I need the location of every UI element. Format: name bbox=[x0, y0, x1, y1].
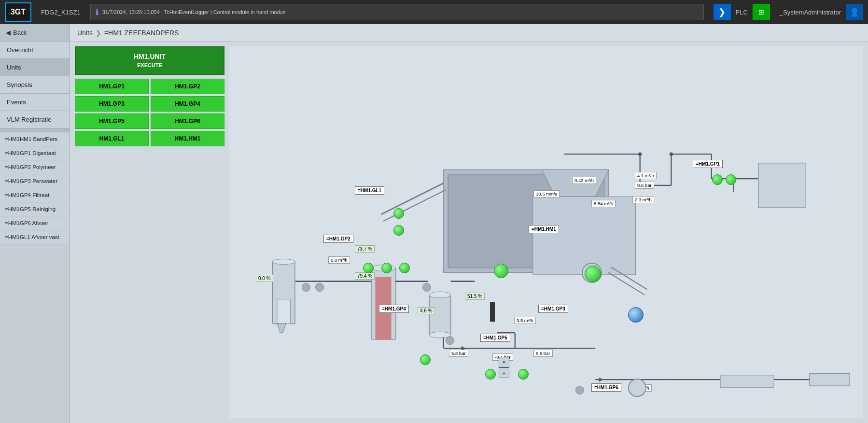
device-name: FDG2_K1SZ1 bbox=[41, 9, 81, 16]
green-dot-gp2-2[interactable] bbox=[381, 263, 392, 273]
percent-p5: 0.0 % bbox=[256, 275, 273, 282]
breadcrumb: Units ❯ =HM1 ZEEFBANDPERS bbox=[70, 24, 868, 42]
value-v7: 2.3 m³/h bbox=[632, 196, 654, 203]
label-hm1-hm1[interactable]: =HM1.HM1 bbox=[529, 225, 559, 233]
label-hm1-gp4[interactable]: =HM1.GP4 bbox=[379, 305, 409, 313]
sidebar-item-events[interactable]: Events bbox=[0, 94, 70, 111]
process-diagram: =HM1.GL1 =HM1.HM1 =HM1.GP1 =HM1.GP2 =HM1… bbox=[229, 46, 863, 418]
svg-rect-14 bbox=[758, 163, 805, 208]
sidebar: ◀ Back Overzicht Units Synopsis Events V… bbox=[0, 24, 70, 423]
motor-gp3[interactable] bbox=[582, 263, 602, 283]
logo: 3GT bbox=[5, 2, 31, 22]
gp1-button[interactable]: HM1.GP1 bbox=[75, 79, 149, 94]
gp-grid: HM1.GP1 HM1.GP2 HM1.GP3 HM1.GP4 HM1.GP5 … bbox=[75, 79, 224, 146]
svg-rect-5 bbox=[277, 299, 291, 324]
sidebar-sub-hm1gp4[interactable]: =HM1GP4 Filtraat bbox=[0, 188, 70, 202]
green-dot-press-center[interactable] bbox=[494, 264, 508, 278]
label-hm1-gp5[interactable]: =HM1.GP5 bbox=[480, 334, 510, 342]
breadcrumb-current: =HM1 ZEEFBANDPERS bbox=[104, 29, 179, 37]
user-icon: 👤 bbox=[846, 4, 863, 20]
sidebar-sub-hm1hm1[interactable]: =HM1HM1 BandPers bbox=[0, 132, 70, 146]
main-layout: ◀ Back Overzicht Units Synopsis Events V… bbox=[0, 24, 868, 423]
svg-marker-43 bbox=[599, 378, 603, 382]
label-hm1-gl1[interactable]: =HM1.GL1 bbox=[355, 186, 384, 195]
svg-rect-47 bbox=[720, 375, 774, 388]
sidebar-item-vlm[interactable]: VLM Registratie bbox=[0, 111, 70, 128]
nav-arrow-button[interactable]: ❯ bbox=[714, 4, 731, 20]
svg-point-7 bbox=[273, 259, 295, 264]
green-dot-gp5-2[interactable] bbox=[485, 369, 496, 380]
info-bar: ℹ 31/7/2024, 13:26:10,054 | TcHmiEventLo… bbox=[90, 4, 704, 20]
svg-rect-49 bbox=[810, 373, 850, 386]
svg-rect-11 bbox=[429, 295, 450, 335]
green-dot-conveyor2[interactable] bbox=[393, 225, 404, 236]
gp4-button[interactable]: HM1.GP4 bbox=[151, 96, 224, 112]
sidebar-divider bbox=[0, 128, 70, 132]
label-hm1-gp2[interactable]: =HM1.GP2 bbox=[323, 235, 353, 243]
sidebar-item-overzicht[interactable]: Overzicht bbox=[0, 42, 70, 59]
value-v2: 18.5 mm/s bbox=[533, 190, 560, 197]
unit-button[interactable]: HM1.UNIT EXECUTE bbox=[75, 46, 224, 75]
label-hm1-gp6[interactable]: =HM1.GP6 bbox=[591, 383, 621, 392]
value-v6: 6.84 m³/h bbox=[591, 200, 616, 207]
content-area: Units ❯ =HM1 ZEEFBANDPERS HM1.UNIT EXECU… bbox=[70, 24, 868, 423]
gl1-button[interactable]: HM1.GL1 bbox=[75, 131, 149, 146]
user-name: _SystemAdministrator bbox=[780, 9, 841, 16]
svg-line-20 bbox=[383, 190, 446, 221]
gray-circle-1 bbox=[302, 283, 310, 292]
value-v1: 0.0 m³/h bbox=[328, 256, 350, 264]
sidebar-sub-hm1gp3[interactable]: =HM1GP3 Perswater bbox=[0, 174, 70, 188]
sidebar-sub-hm1gp1[interactable]: =HM1GP1 Digestaat bbox=[0, 146, 70, 160]
sidebar-item-units[interactable]: Units bbox=[0, 59, 70, 76]
gp6-button[interactable]: HM1.GP6 bbox=[151, 113, 224, 129]
value-v3: 0.43 m³/h bbox=[572, 177, 596, 184]
svg-point-45 bbox=[638, 152, 642, 155]
green-dot-gp2-3[interactable] bbox=[399, 263, 410, 273]
plc-label: PLC bbox=[736, 9, 748, 16]
value-v9: 5.8 bar bbox=[449, 350, 468, 357]
label-hm1-gp1[interactable]: =HM1.GP1 bbox=[693, 160, 723, 168]
value-v11: 5.9 bar bbox=[533, 350, 553, 357]
label-hm1-gp3[interactable]: =HM1.GP3 bbox=[538, 305, 568, 313]
breadcrumb-units[interactable]: Units bbox=[77, 29, 93, 37]
sidebar-sub-hm1gp5[interactable]: =HM1GP5 Reiniging bbox=[0, 202, 70, 216]
percent-p2: 79.4 % bbox=[355, 272, 375, 280]
gp5-button[interactable]: HM1.GP5 bbox=[75, 113, 149, 129]
svg-line-19 bbox=[381, 183, 443, 214]
gray-circle-3 bbox=[446, 336, 454, 345]
green-dot-gp5-3[interactable] bbox=[518, 369, 529, 380]
green-dot-gp1-1[interactable] bbox=[712, 174, 723, 185]
blue-dot-sensor[interactable] bbox=[628, 307, 644, 323]
green-dot-gp1-2[interactable] bbox=[726, 174, 736, 185]
value-v5: 0.6 bar bbox=[635, 182, 654, 189]
svg-line-41 bbox=[608, 272, 644, 295]
sidebar-sub-hm1gp6[interactable]: =HM1GP6 Afvoer bbox=[0, 216, 70, 230]
percent-p3: 51.5 % bbox=[465, 293, 485, 300]
breadcrumb-sep: ❯ bbox=[96, 29, 101, 37]
svg-marker-6 bbox=[277, 324, 286, 333]
green-dot-gp5-1[interactable] bbox=[420, 354, 431, 365]
sidebar-sub-hm1gp2[interactable]: =HM1GP2 Polymeer bbox=[0, 160, 70, 174]
left-panel: HM1.UNIT EXECUTE HM1.GP1 HM1.GP2 HM1.GP3… bbox=[75, 46, 224, 418]
green-dot-gp2-1[interactable] bbox=[363, 263, 374, 273]
gray-circle-4 bbox=[422, 283, 431, 292]
motor-gp6[interactable] bbox=[628, 379, 646, 397]
svg-point-46 bbox=[670, 152, 673, 155]
hm1-button[interactable]: HM1.HM1 bbox=[151, 131, 224, 146]
sidebar-sub-hm1gl1[interactable]: =HM1GL1 Afvoer vast bbox=[0, 230, 70, 244]
process-area: HM1.UNIT EXECUTE HM1.GP1 HM1.GP2 HM1.GP3… bbox=[70, 42, 868, 423]
gray-circle-gp6-1 bbox=[575, 386, 584, 395]
svg-rect-2 bbox=[533, 197, 636, 275]
svg-point-12 bbox=[429, 292, 450, 298]
green-dot-conveyor1[interactable] bbox=[393, 208, 404, 219]
level-bar bbox=[490, 302, 495, 322]
info-text: 31/7/2024, 13:26:10,054 | TcHmiEventLogg… bbox=[102, 9, 286, 15]
percent-p1: 73.7 % bbox=[355, 245, 375, 253]
back-button[interactable]: ◀ Back bbox=[0, 24, 70, 42]
value-v8: 3.5 m³/h bbox=[514, 317, 536, 324]
value-v4: 4.1 m³/h bbox=[635, 172, 657, 179]
gp2-button[interactable]: HM1.GP2 bbox=[151, 79, 224, 94]
gp3-button[interactable]: HM1.GP3 bbox=[75, 96, 149, 112]
filter-icon2: ≡ bbox=[499, 367, 509, 378]
sidebar-item-synopsis[interactable]: Synopsis bbox=[0, 76, 70, 94]
